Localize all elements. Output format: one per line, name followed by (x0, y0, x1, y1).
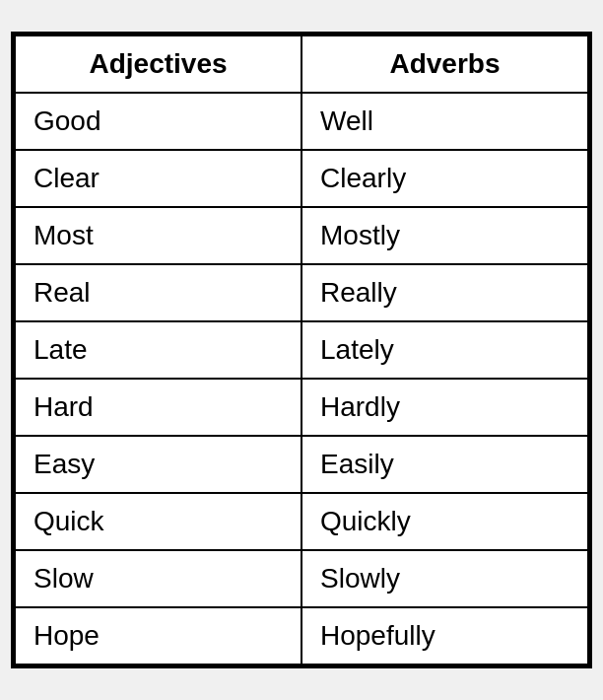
table-row: EasyEasily (15, 436, 588, 493)
table-row: GoodWell (15, 93, 588, 150)
adverb-cell: Lately (302, 321, 588, 379)
adverb-cell: Quickly (302, 493, 588, 550)
table-row: RealReally (15, 264, 588, 321)
adjective-cell: Hope (15, 607, 302, 665)
adverb-cell: Hopefully (302, 607, 588, 665)
adjectives-header: Adjectives (15, 35, 302, 93)
adjective-cell: Good (15, 93, 302, 150)
table-row: HardHardly (15, 379, 588, 436)
table-row: HopeHopefully (15, 607, 588, 665)
adverb-cell: Really (302, 264, 588, 321)
adjective-cell: Real (15, 264, 302, 321)
adjective-cell: Most (15, 207, 302, 264)
adverb-cell: Hardly (302, 379, 588, 436)
main-table-container: Adjectives Adverbs GoodWellClearClearlyM… (11, 32, 592, 668)
adverb-cell: Well (302, 93, 588, 150)
adverb-cell: Mostly (302, 207, 588, 264)
table-header-row: Adjectives Adverbs (15, 35, 588, 93)
adjective-cell: Clear (15, 150, 302, 207)
table-row: ClearClearly (15, 150, 588, 207)
adjective-cell: Quick (15, 493, 302, 550)
adjective-cell: Late (15, 321, 302, 379)
adjective-cell: Hard (15, 379, 302, 436)
table-row: MostMostly (15, 207, 588, 264)
adverbs-header: Adverbs (302, 35, 588, 93)
table-row: QuickQuickly (15, 493, 588, 550)
table-row: SlowSlowly (15, 550, 588, 607)
adverb-cell: Slowly (302, 550, 588, 607)
adjectives-adverbs-table: Adjectives Adverbs GoodWellClearClearlyM… (14, 35, 589, 665)
table-row: LateLately (15, 321, 588, 379)
adverb-cell: Clearly (302, 150, 588, 207)
adjective-cell: Easy (15, 436, 302, 493)
adjective-cell: Slow (15, 550, 302, 607)
adverb-cell: Easily (302, 436, 588, 493)
